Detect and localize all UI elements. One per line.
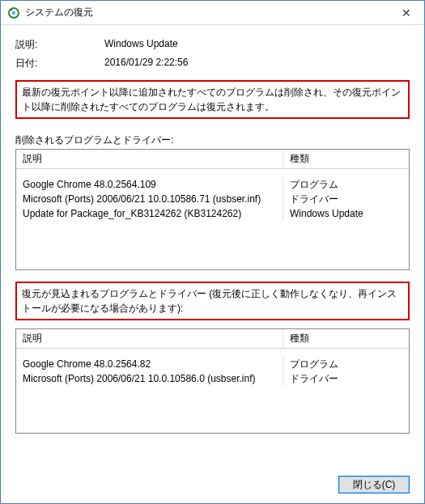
restore-notice-box: 復元が見込まれるプログラムとドライバー (復元後に正しく動作しなくなり、再インス… xyxy=(15,282,410,320)
date-row: 日付: 2016/01/29 2:22:56 xyxy=(15,57,410,70)
window-title: システムの復元 xyxy=(25,6,388,19)
close-icon: ✕ xyxy=(402,6,411,19)
column-header-type[interactable]: 種類 xyxy=(283,330,409,347)
removed-list-header: 説明 種類 xyxy=(16,150,409,169)
restored-list[interactable]: 説明 種類 Google Chrome 48.0.2564.82 プログラム M… xyxy=(15,328,410,434)
list-item[interactable]: Google Chrome 48.0.2564.82 プログラム xyxy=(16,357,409,371)
description-row: 説明: Windows Update xyxy=(15,38,410,52)
date-label: 日付: xyxy=(15,57,104,70)
list-item[interactable]: Microsoft (Ports) 2006/06/21 10.0.10586.… xyxy=(16,371,409,386)
date-value: 2016/01/29 2:22:56 xyxy=(104,57,410,70)
description-value: Windows Update xyxy=(104,38,410,52)
removed-label: 削除されるプログラムとドライバー: xyxy=(15,133,410,147)
titlebar: システムの復元 ✕ xyxy=(1,1,424,25)
restored-list-header: 説明 種類 xyxy=(16,329,409,349)
item-description: Update for Package_for_KB3124262 (KB3124… xyxy=(16,206,283,221)
item-description: Google Chrome 48.0.2564.109 xyxy=(16,177,283,192)
column-header-description[interactable]: 説明 xyxy=(16,330,283,347)
dialog-footer: 閉じる(C) xyxy=(1,469,424,503)
item-description: Microsoft (Ports) 2006/06/21 10.0.10586.… xyxy=(16,192,283,206)
close-button[interactable]: ✕ xyxy=(388,1,424,24)
item-type: Windows Update xyxy=(283,206,409,221)
description-label: 説明: xyxy=(15,38,104,52)
item-type: ドライバー xyxy=(283,371,409,388)
restored-list-body: Google Chrome 48.0.2564.82 プログラム Microso… xyxy=(16,349,409,386)
removed-list-body: Google Chrome 48.0.2564.109 プログラム Micros… xyxy=(16,169,409,221)
dialog-content: 説明: Windows Update 日付: 2016/01/29 2:22:5… xyxy=(1,25,424,469)
item-description: Microsoft (Ports) 2006/06/21 10.0.10586.… xyxy=(16,371,283,386)
list-item[interactable]: Update for Package_for_KB3124262 (KB3124… xyxy=(16,206,409,221)
list-item[interactable]: Google Chrome 48.0.2564.109 プログラム xyxy=(16,177,409,192)
removed-list[interactable]: 説明 種類 Google Chrome 48.0.2564.109 プログラム … xyxy=(15,149,410,270)
close-dialog-label: 閉じる(C) xyxy=(353,478,396,492)
list-item[interactable]: Microsoft (Ports) 2006/06/21 10.0.10586.… xyxy=(16,192,409,206)
column-header-description[interactable]: 説明 xyxy=(16,150,283,167)
item-type: ドライバー xyxy=(283,191,409,208)
column-header-type[interactable]: 種類 xyxy=(283,150,409,167)
close-dialog-button[interactable]: 閉じる(C) xyxy=(338,476,410,493)
info-notice-box: 最新の復元ポイント以降に追加されたすべてのプログラムは削除され、その復元ポイント… xyxy=(15,80,410,119)
svg-point-1 xyxy=(12,11,15,15)
restore-icon xyxy=(7,6,20,19)
item-description: Google Chrome 48.0.2564.82 xyxy=(16,357,283,371)
